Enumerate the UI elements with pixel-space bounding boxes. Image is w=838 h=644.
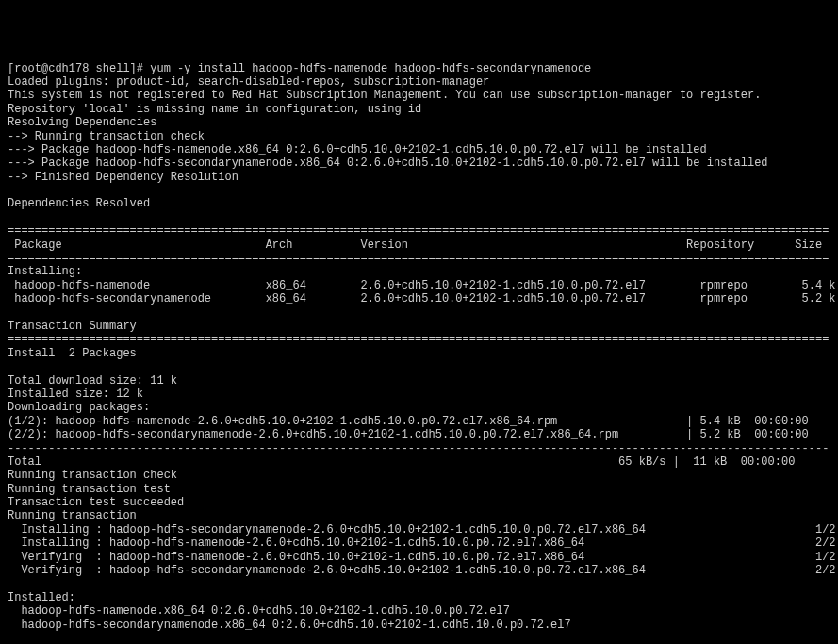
output-line: Repository 'local' is missing name in co… [8,103,421,116]
command-text: yum -y install hadoop-hdfs-namenode hado… [150,62,591,75]
section-header: Transaction Summary [8,320,137,333]
separator-eq: ========================================… [8,333,829,346]
output-line: hadoop-hdfs-secondarynamenode.x86_64 0:2… [8,619,571,632]
output-line: Total download size: 11 k [8,374,177,388]
output-line: Running transaction check [8,469,177,482]
table-row: hadoop-hdfs-secondarynamenode x86_64 2.6… [8,292,836,305]
separator-dash: ----------------------------------------… [8,442,829,455]
output-line: ---> Package hadoop-hdfs-namenode.x86_64… [8,143,707,157]
section-header: Installed: [8,591,75,604]
output-line: Dependencies Resolved [8,197,150,210]
output-line: hadoop-hdfs-namenode.x86_64 0:2.6.0+cdh5… [8,604,510,618]
section-header: Installing: [8,265,82,278]
output-line: (1/2): hadoop-hdfs-namenode-2.6.0+cdh5.1… [8,415,809,428]
output-line: Transaction test succeeded [8,496,184,509]
output-line: Installing : hadoop-hdfs-namenode-2.6.0+… [8,537,836,550]
table-row: hadoop-hdfs-namenode x86_64 2.6.0+cdh5.1… [8,279,836,292]
separator-eq: ========================================… [8,252,829,265]
terminal-output: [root@cdh178 shell]# yum -y install hado… [8,62,830,644]
output-line: Total 65 kB/s | 11 kB 00:00:00 [8,455,795,469]
output-line: This system is not registered to Red Hat… [8,89,761,102]
output-line: (2/2): hadoop-hdfs-secondarynamenode-2.6… [8,428,809,441]
output-line: Loaded plugins: product-id, search-disab… [8,75,489,89]
output-line: --> Running transaction check [8,130,205,143]
output-line: ---> Package hadoop-hdfs-secondarynameno… [8,157,768,170]
output-line: Running transaction [8,509,137,522]
output-line: Installing : hadoop-hdfs-secondarynameno… [8,523,836,537]
separator-eq: ========================================… [8,224,829,238]
output-line: Verifying : hadoop-hdfs-secondarynamenod… [8,564,836,577]
output-line: Resolving Dependencies [8,116,156,129]
output-line: --> Finished Dependency Resolution [8,171,238,184]
table-header: Package Arch Version Repository Size [8,239,822,252]
output-line: Downloading packages: [8,401,150,414]
output-line: Running transaction test [8,483,171,496]
output-line: Install 2 Packages [8,347,137,360]
output-line: Verifying : hadoop-hdfs-namenode-2.6.0+c… [8,551,836,564]
shell-prompt: [root@cdh178 shell]# [8,62,150,75]
output-line: Installed size: 12 k [8,388,143,401]
